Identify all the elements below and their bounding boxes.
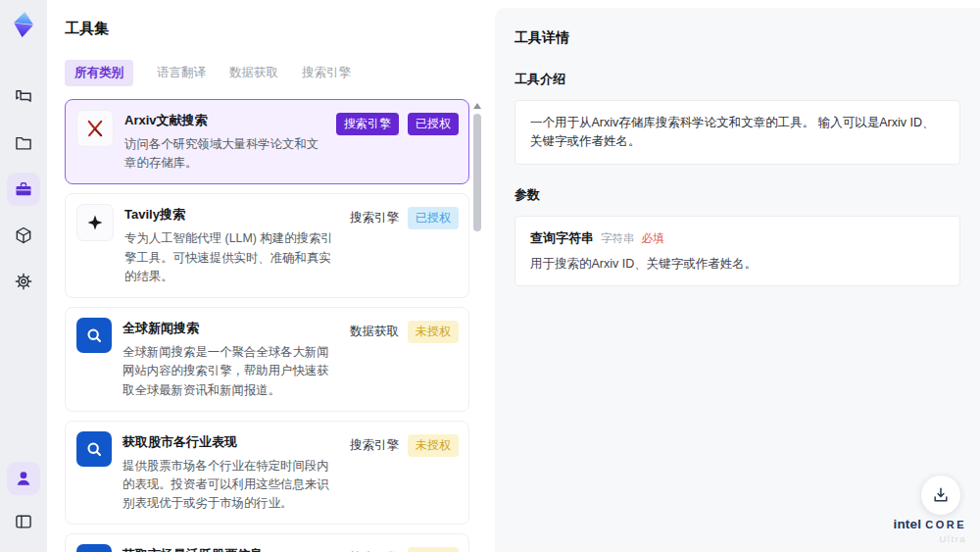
category-tab[interactable]: 语言翻译: [157, 65, 206, 81]
intro-section-header: 工具介绍: [514, 71, 960, 88]
tool-description: 全球新闻搜索是一个聚合全球各大新闻网站内容的搜索引擎，帮助用户快速获取全球最新资…: [122, 343, 339, 400]
tool-category-label: 搜索引擎: [350, 547, 399, 552]
search-icon: [76, 318, 112, 353]
tool-list-panel: 工具集 所有类别语言翻译数据获取搜索引擎 Arxiv文献搜索 访问各个研究领域大…: [47, 0, 495, 552]
tool-category-label: 搜索引擎: [336, 113, 399, 135]
sidebar-item-folder[interactable]: [7, 126, 40, 160]
star-icon: [76, 204, 114, 241]
params-section-header: 参数: [514, 186, 960, 204]
tool-category-label: 搜索引擎: [350, 434, 399, 454]
category-tabs: 所有类别语言翻译数据获取搜索引擎: [65, 60, 483, 86]
search-icon: [76, 431, 112, 467]
parameters-box: 查询字符串 字符串 必填 用于搜索的Arxiv ID、关键字或作者姓名。: [514, 216, 960, 286]
arxiv-icon: [76, 110, 114, 147]
tool-list-item[interactable]: 获取股市各行业表现 提供股票市场各个行业在特定时间段内的表现。投资者可以利用这些…: [65, 421, 469, 526]
folder-icon: [14, 133, 33, 153]
tool-auth-badge: 未授权: [408, 547, 459, 552]
tool-name: 获取市场最活跃股票信息: [122, 546, 339, 552]
parameter-header: 查询字符串 字符串 必填: [530, 229, 945, 247]
tool-description: 访问各个研究领域大量科学论文和文章的存储库。: [124, 135, 325, 173]
sidebar-item-cube[interactable]: [7, 219, 40, 252]
intel-core-logo: intelCORE Ultra: [893, 515, 966, 544]
tool-list-item[interactable]: 全球新闻搜索 全球新闻搜索是一个聚合全球各大新闻网站内容的搜索引擎，帮助用户快速…: [65, 307, 469, 412]
tool-details-panel: 工具详情 工具介绍 一个用于从Arxiv存储库搜索科学论文和文章的工具。 输入可…: [495, 8, 980, 552]
sidebar: [0, 0, 47, 552]
tool-name: Tavily搜索: [124, 206, 339, 224]
category-tab[interactable]: 搜索引擎: [302, 65, 351, 81]
sidebar-item-settings-gear[interactable]: [7, 265, 40, 298]
tool-name: 获取股市各行业表现: [122, 433, 339, 451]
category-tab[interactable]: 数据获取: [229, 65, 278, 81]
tool-intro-box: 一个用于从Arxiv存储库搜索科学论文和文章的工具。 输入可以是Arxiv ID…: [514, 100, 960, 165]
tool-category-label: 数据获取: [350, 321, 399, 340]
category-tab[interactable]: 所有类别: [65, 60, 133, 86]
tool-name: Arxiv文献搜索: [124, 112, 325, 129]
intel-core-logo-text: intelCORE: [893, 515, 966, 532]
chat-icon: [14, 87, 33, 107]
user-icon: [14, 469, 33, 488]
page-title: 工具集: [65, 20, 483, 38]
download-icon: [931, 485, 951, 505]
toolbox-icon: [14, 179, 33, 199]
tool-description: 专为人工智能代理 (LLM) 构建的搜索引擎工具。可快速提供实时、准确和真实的结…: [124, 229, 339, 286]
sidebar-bottom: [7, 462, 40, 538]
tool-list-item[interactable]: Arxiv文献搜索 访问各个研究领域大量科学论文和文章的存储库。 搜索引擎 已授…: [65, 99, 469, 184]
scroll-up-arrow-icon[interactable]: [473, 103, 481, 109]
sidebar-item-panel-toggle[interactable]: [7, 505, 40, 538]
scrollbar-thumb[interactable]: [473, 114, 481, 231]
sidebar-item-user[interactable]: [7, 462, 40, 495]
tool-list-item[interactable]: 获取市场最活跃股票信息 提供当天交易量最高的股票列表，投资者可以利用这些信息来识…: [65, 533, 469, 552]
tool-auth-badge: 未授权: [408, 434, 459, 457]
tool-auth-badge: 已授权: [408, 207, 459, 229]
tool-auth-badge: 未授权: [408, 321, 459, 343]
tool-auth-badge: 已授权: [408, 113, 459, 135]
tool-name: 全球新闻搜索: [122, 320, 339, 337]
sidebar-nav: [7, 80, 40, 298]
search-icon: [76, 544, 112, 552]
parameter-required-flag: 必填: [642, 231, 664, 246]
parameter-description: 用于搜索的Arxiv ID、关键字或作者姓名。: [530, 256, 945, 273]
sidebar-item-toolbox[interactable]: [7, 173, 40, 206]
parameter-name: 查询字符串: [530, 229, 594, 247]
tool-list: Arxiv文献搜索 访问各个研究领域大量科学论文和文章的存储库。 搜索引擎 已授…: [65, 99, 483, 552]
details-title: 工具详情: [514, 29, 960, 47]
tools-container: Arxiv文献搜索 访问各个研究领域大量科学论文和文章的存储库。 搜索引擎 已授…: [65, 99, 469, 552]
app-logo-icon[interactable]: [9, 10, 38, 39]
scrollbar[interactable]: [471, 99, 483, 552]
tool-description: 提供股票市场各个行业在特定时间段内的表现。投资者可以利用这些信息来识别表现优于或…: [122, 457, 339, 514]
tool-list-item[interactable]: Tavily搜索 专为人工智能代理 (LLM) 构建的搜索引擎工具。可快速提供实…: [65, 193, 469, 298]
download-button[interactable]: [921, 476, 960, 515]
settings-gear-icon: [14, 272, 33, 291]
tool-category-label: 搜索引擎: [350, 207, 399, 226]
parameter-type: 字符串: [601, 231, 635, 246]
intel-ultra-label: Ultra: [893, 534, 966, 544]
app-window: 工具集 所有类别语言翻译数据获取搜索引擎 Arxiv文献搜索 访问各个研究领域大…: [0, 0, 980, 552]
sidebar-item-chat[interactable]: [7, 80, 40, 114]
cube-icon: [14, 226, 33, 245]
panel-toggle-icon: [14, 512, 33, 531]
